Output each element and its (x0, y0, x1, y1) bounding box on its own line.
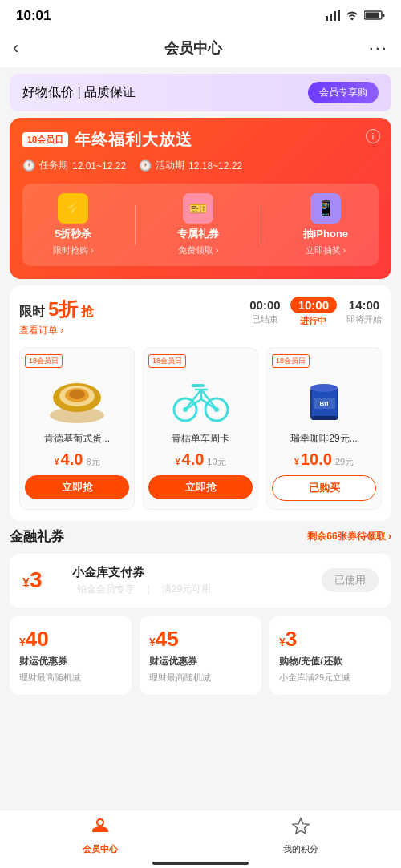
coupon-sub[interactable]: 免费领取 › (178, 244, 219, 256)
flash-header: 限时 5折 抢 查看订单 › 00:00 已结束 10:00 进行中 14:00… (19, 297, 382, 337)
time-val-1: 10:00 (290, 297, 337, 313)
price-original-1: 10元 (207, 456, 225, 468)
flash-prefix: 限时 (19, 304, 45, 321)
main-coupon: ¥3 小金库支付券 铂金会员专享 | 满29元可用 已使用 (10, 554, 391, 608)
action-flash-sale[interactable]: ⚡ 5折秒杀 限时抢购 › (53, 193, 94, 256)
svg-rect-0 (326, 16, 328, 21)
more-button[interactable]: ··· (369, 38, 388, 59)
status-time: 10:01 (16, 8, 51, 24)
svg-rect-1 (330, 14, 332, 21)
iphone-icon: 📱 (310, 193, 341, 224)
flash-title-row: 限时 5折 抢 (19, 297, 94, 322)
flash-title-area: 限时 5折 抢 查看订单 › (19, 297, 94, 337)
home-indicator (152, 862, 249, 865)
svg-rect-28 (312, 416, 337, 420)
flash-icon: ⚡ (58, 193, 88, 224)
time-label-1: 进行中 (300, 315, 326, 327)
time-label-0: 已结束 (252, 313, 278, 325)
action-coupon[interactable]: 🎫 专属礼券 免费领取 › (177, 193, 219, 256)
battery-icon (364, 10, 385, 23)
coupon-label: 专属礼券 (177, 227, 219, 241)
price-original-2: 29元 (335, 456, 354, 468)
wifi-icon (345, 10, 359, 23)
svg-point-26 (310, 384, 338, 392)
flash-products: 18会员日 肯德基葡式蛋... ¥ 4.0 8元 (19, 347, 382, 510)
price-original-0: 8元 (86, 456, 99, 468)
product-badge-2: 18会员日 (272, 354, 310, 368)
activity-actions: ⚡ 5折秒杀 限时抢购 › 🎫 专属礼券 免费领取 › 📱 抽iPhone 立即… (22, 184, 379, 266)
product-card-1: 18会员日 (143, 347, 258, 510)
small-desc-0: 理财最高随机减 (19, 672, 81, 684)
finance-more-link[interactable]: 剩余66张券待领取 › (307, 530, 391, 543)
time-slot-0: 00:00 已结束 (249, 298, 280, 325)
grab-button-1[interactable]: 立即抢 (148, 475, 253, 499)
status-icons (326, 10, 385, 23)
iphone-sub[interactable]: 立即抽奖 › (306, 244, 346, 256)
status-bar: 10:01 (0, 0, 401, 29)
small-desc-1: 理财最高随机减 (149, 672, 211, 684)
price-main-1: 4.0 (182, 450, 205, 469)
clock-icon: 🕐 (22, 159, 35, 172)
small-amount-1: ¥45 (149, 627, 179, 652)
small-coupon-2[interactable]: ¥3 购物/充值/还款 小金库满29元立减 (269, 616, 391, 695)
main-coupon-info: 小金库支付券 铂金会员专享 | 满29元可用 (72, 565, 312, 596)
back-button[interactable]: ‹ (13, 38, 18, 59)
vip-badge: 18会员日 (22, 132, 68, 147)
bottom-nav: 会员中心 我的积分 (0, 809, 401, 868)
nav-points[interactable]: 我的积分 (200, 817, 401, 855)
product-badge-1: 18会员日 (148, 354, 186, 368)
divider-1 (135, 205, 136, 245)
svg-rect-6 (366, 12, 379, 18)
info-icon[interactable]: i (366, 129, 380, 143)
small-label-2: 购物/充值/还款 (279, 655, 342, 668)
product-price-1: ¥ 4.0 10元 (175, 450, 225, 469)
small-amount-0: ¥40 (19, 627, 49, 652)
svg-rect-3 (338, 10, 340, 21)
nav-member-label: 会员中心 (83, 843, 118, 855)
activity-title: 年终福利大放送 (75, 129, 192, 151)
main-coupon-amount: ¥3 (22, 567, 63, 593)
svg-rect-22 (192, 384, 205, 387)
activity-header: 18会员日 年终福利大放送 (22, 129, 379, 151)
svg-rect-2 (334, 11, 336, 21)
vip-shop-button[interactable]: 会员专享购 (308, 82, 379, 103)
product-name-1: 青桔单车周卡 (172, 432, 229, 446)
flash-label: 5折秒杀 (55, 227, 91, 241)
points-icon (291, 817, 310, 841)
action-iphone[interactable]: 📱 抽iPhone 立即抽奖 › (303, 193, 348, 256)
small-label-1: 财运优惠券 (149, 655, 197, 668)
product-card-0: 18会员日 肯德基葡式蛋... ¥ 4.0 8元 (19, 347, 135, 510)
svg-point-11 (69, 390, 85, 399)
product-image-2: BrI (292, 371, 356, 427)
product-image-0 (45, 371, 109, 427)
flash-sale-section: 限时 5折 抢 查看订单 › 00:00 已结束 10:00 进行中 14:00… (10, 285, 391, 521)
iphone-label: 抽iPhone (303, 227, 348, 241)
flash-times: 00:00 已结束 10:00 进行中 14:00 即将开始 (249, 297, 382, 327)
svg-rect-5 (383, 14, 385, 17)
product-name-0: 肯德基葡式蛋... (44, 432, 110, 446)
small-coupon-0[interactable]: ¥40 财运优惠券 理财最高随机减 (10, 616, 132, 695)
flash-sub[interactable]: 限时抢购 › (53, 244, 94, 256)
time-slot-2: 14:00 即将开始 (346, 298, 382, 325)
view-order-link[interactable]: 查看订单 › (19, 324, 94, 337)
product-name-2: 瑞幸咖啡29元... (290, 432, 357, 446)
small-amount-2: ¥3 (279, 627, 297, 652)
time-slot-1: 10:00 进行中 (290, 297, 337, 327)
nav-member-center[interactable]: 会员中心 (0, 817, 200, 855)
coupon-desc: 铂金会员专享 | 满29元可用 (72, 583, 312, 596)
used-button: 已使用 (322, 568, 379, 592)
product-price-2: ¥ 10.0 29元 (294, 450, 354, 469)
finance-title: 金融礼券 (10, 527, 64, 546)
activity-dates: 🕐 任务期 12.01~12.22 🕐 活动期 12.18~12.22 (22, 159, 379, 172)
finance-header: 金融礼券 剩余66张券待领取 › (10, 527, 391, 546)
task-period: 🕐 任务期 12.01~12.22 (22, 159, 126, 172)
coupon-icon: 🎫 (183, 193, 213, 224)
grab-button-0[interactable]: 立即抢 (25, 475, 129, 499)
product-image-1 (168, 371, 233, 427)
price-main-0: 4.0 (61, 450, 83, 469)
small-coupon-1[interactable]: ¥45 财运优惠券 理财最高随机减 (140, 616, 261, 695)
svg-text:BrI: BrI (319, 400, 328, 407)
member-icon (91, 817, 110, 841)
coupon-name: 小金库支付券 (72, 565, 312, 580)
bought-button-2[interactable]: 已购买 (272, 475, 376, 501)
